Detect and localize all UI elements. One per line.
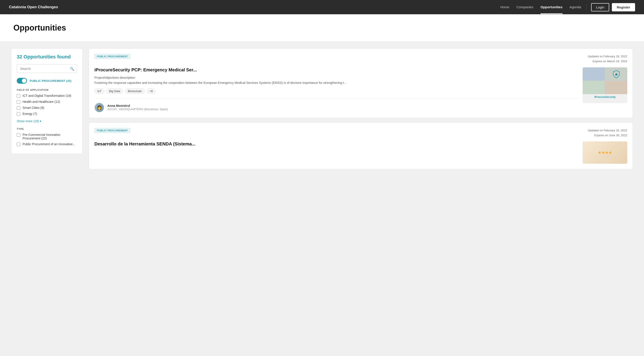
nav-item-agenda[interactable]: Agenda xyxy=(570,5,581,9)
type-section: TYPE Pre-Commercial Innovation Procureme… xyxy=(17,128,77,146)
filter-health-checkbox[interactable] xyxy=(17,100,20,104)
search-box: 🔍 xyxy=(17,64,77,73)
filter-pre-commercial: Pre-Commercial Innovation Procurement (2… xyxy=(17,133,77,140)
page-title: Opportunities xyxy=(14,23,630,32)
tag-iot[interactable]: IoT xyxy=(94,88,104,94)
nav-divider xyxy=(586,4,587,10)
toggle-label: PUBLIC PROCUREMENT (32) xyxy=(30,79,72,82)
shield-cell-1 xyxy=(583,67,605,80)
sidebar: 32 Opportunities found 🔍 PUBLIC PROCUREM… xyxy=(11,48,82,154)
register-button[interactable]: Register xyxy=(612,3,635,11)
search-input[interactable] xyxy=(17,64,77,73)
author-org-1: ACCIO - HEADQUARTERS (Barcelona, Spain) xyxy=(107,107,168,111)
author-avatar-1: 👩 xyxy=(94,103,104,112)
card-body-1: iProcureSecurity PCP: Emergency Medical … xyxy=(94,67,627,112)
card-expires-1: Expires on March 24, 2022 xyxy=(588,59,627,64)
nav-brand[interactable]: Catalonia Open Challenges xyxy=(9,5,58,9)
tag-bigdata[interactable]: Big Data xyxy=(106,88,123,94)
filter-public-procurement-innovative: Public Procurement of an Innovative... xyxy=(17,142,77,146)
card-tags-1: IoT Big Data Blockchain +8 xyxy=(94,88,578,94)
card-desc-1: Project/objectives description: Fosterin… xyxy=(94,75,578,85)
filter-ict-checkbox[interactable] xyxy=(17,94,20,98)
card-header-1: PUBLIC PROCUREMENT Updated on February 1… xyxy=(94,54,627,64)
card-dates-1: Updated on February 18, 2022 Expires on … xyxy=(588,54,627,64)
filter-public-procurement-checkbox[interactable] xyxy=(17,143,20,146)
card-senda: PUBLIC PROCUREMENT Updated on February 1… xyxy=(89,122,633,169)
card-badge-1: PUBLIC PROCUREMENT xyxy=(94,54,130,59)
filter-ict: ICT and Digital Transformation (19) xyxy=(17,94,77,98)
nav-item-companies[interactable]: Companies xyxy=(516,5,533,9)
card-dates-2: Updated on February 16, 2022 Expires on … xyxy=(588,128,627,138)
card-text-2: Desarrollo de la Herramienta SENDA (Sist… xyxy=(94,141,578,164)
filter-smart-cities-label[interactable]: Smart Cities (8) xyxy=(22,106,44,109)
filter-energy-checkbox[interactable] xyxy=(17,112,20,116)
filter-smart-cities-checkbox[interactable] xyxy=(17,106,20,110)
filter-smart-cities: Smart Cities (8) xyxy=(17,106,77,110)
count-number: 32 xyxy=(17,54,22,59)
shield-cell-4 xyxy=(605,81,627,94)
filter-energy-label[interactable]: Energy (7) xyxy=(22,112,37,115)
opportunities-count: 32 Opportunities found xyxy=(17,54,77,60)
field-of-application-title: FIELD OF APPLICATION xyxy=(17,88,77,91)
count-suffix: Opportunities found xyxy=(22,54,71,59)
shield-cell-3 xyxy=(583,81,605,94)
filter-pre-commercial-label[interactable]: Pre-Commercial Innovation Procurement (2… xyxy=(22,133,77,140)
author-name-1: Anna Monistrol xyxy=(107,104,168,107)
nav-item-home[interactable]: Home xyxy=(500,5,509,9)
toggle-knob xyxy=(22,78,26,83)
shield-brand: iProcureSecurity xyxy=(583,94,627,100)
field-of-application-section: FIELD OF APPLICATION ICT and Digital Tra… xyxy=(17,88,77,123)
svg-point-0 xyxy=(615,73,618,76)
card-divider-1 xyxy=(94,98,578,99)
card-updated-2: Updated on February 16, 2022 xyxy=(588,128,627,133)
filter-health-label[interactable]: Health and Healthcare (12) xyxy=(22,100,60,103)
page-header: Opportunities xyxy=(0,14,644,42)
type-title: TYPE xyxy=(17,128,77,130)
author-row-1: 👩 Anna Monistrol ACCIO - HEADQUARTERS (B… xyxy=(94,103,578,112)
filter-ict-label[interactable]: ICT and Digital Transformation (19) xyxy=(22,94,71,97)
stars-icon: ★★★★ xyxy=(598,150,612,155)
results-list: PUBLIC PROCUREMENT Updated on February 1… xyxy=(89,48,633,169)
nav-links: Home Companies Opportunities Agenda xyxy=(500,5,581,9)
card-expires-2: Expires on June 30, 2022 xyxy=(588,133,627,138)
card-header-2: PUBLIC PROCUREMENT Updated on February 1… xyxy=(94,128,627,138)
card-title-1[interactable]: iProcureSecurity PCP: Emergency Medical … xyxy=(94,67,578,72)
search-icon: 🔍 xyxy=(70,66,74,71)
card-iprocuresecurity: PUBLIC PROCUREMENT Updated on February 1… xyxy=(89,48,633,118)
filter-public-procurement-label[interactable]: Public Procurement of an Innovative... xyxy=(22,142,76,146)
card-title-2[interactable]: Desarrollo de la Herramienta SENDA (Sist… xyxy=(94,141,578,147)
toggle-row: PUBLIC PROCUREMENT (32) xyxy=(17,78,77,84)
filter-pre-commercial-checkbox[interactable] xyxy=(17,133,20,137)
shield-cell-2 xyxy=(605,67,627,80)
card-text-1: iProcureSecurity PCP: Emergency Medical … xyxy=(94,67,578,112)
tag-blockchain[interactable]: Blockchain xyxy=(125,88,145,94)
tag-more[interactable]: +8 xyxy=(146,88,156,94)
shield-svg xyxy=(612,70,621,78)
author-info-1: Anna Monistrol ACCIO - HEADQUARTERS (Bar… xyxy=(107,104,168,111)
card-body-2: Desarrollo de la Herramienta SENDA (Sist… xyxy=(94,141,627,164)
navbar: Catalonia Open Challenges Home Companies… xyxy=(0,0,644,14)
filter-health: Health and Healthcare (12) xyxy=(17,100,77,104)
show-more-button[interactable]: Show more (18) ▾ xyxy=(17,119,41,123)
senda-stars: ★★★★ xyxy=(598,150,612,155)
card-badge-2: PUBLIC PROCUREMENT xyxy=(94,128,130,133)
card-image-2: ★★★★ xyxy=(583,141,627,164)
nav-item-opportunities[interactable]: Opportunities xyxy=(540,5,562,9)
filter-energy: Energy (7) xyxy=(17,112,77,116)
card-image-1: iProcureSecurity xyxy=(583,67,627,103)
card-updated-1: Updated on February 18, 2022 xyxy=(588,54,627,59)
login-button[interactable]: Login xyxy=(591,3,609,11)
main-content: 32 Opportunities found 🔍 PUBLIC PROCUREM… xyxy=(0,42,644,176)
shield-image-grid xyxy=(583,67,627,94)
public-procurement-toggle[interactable] xyxy=(17,78,27,84)
